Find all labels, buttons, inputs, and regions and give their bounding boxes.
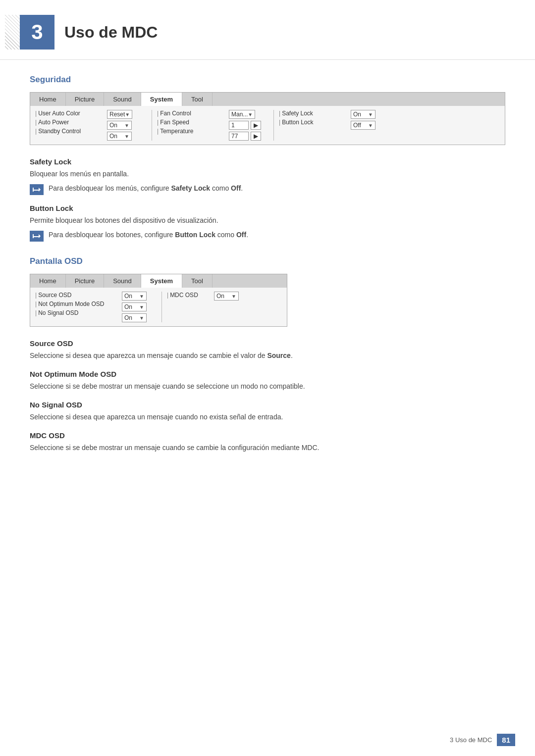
tab-home[interactable]: Home [30,93,66,106]
mdc-osd-label: MDC OSD [167,292,198,299]
row-fan-control-select: Man... ▼ [229,110,268,119]
not-optimum-heading: Not Optimum Mode OSD [30,370,505,378]
no-signal-body: Seleccione si desea que aparezca un mens… [30,412,505,422]
reset-select[interactable]: Reset ▼ [107,110,132,119]
no-signal-select[interactable]: On ▼ [122,313,147,322]
safety-lock-note-text: Para desbloquear los menús, configure Sa… [49,183,243,194]
source-osd-heading: Source OSD [30,339,505,348]
fan-speed-label: Fan Speed [157,119,189,126]
osd-col-mdc-select: On ▼ [214,292,244,322]
svg-rect-2 [33,188,34,192]
osd-source-select-row: On ▼ [122,292,157,301]
tab-sound[interactable]: Sound [104,93,141,106]
safety-lock-heading: Safety Lock [30,157,505,166]
row-safety-lock: Safety Lock [279,110,348,117]
osd-tab-home[interactable]: Home [30,274,66,288]
osd-tab-system[interactable]: System [141,274,182,288]
osd-tabs: Home Picture Sound System Tool [30,274,287,288]
seguridad-tabs: Home Picture Sound System Tool [30,93,505,106]
standby-arrow-icon: ▼ [124,134,129,139]
row-fan-control: Fan Control [157,110,226,117]
osd-mdc-row: MDC OSD [167,292,212,299]
safety-lock-label: Safety Lock [279,110,313,117]
button-lock-select[interactable]: Off ▼ [351,121,375,130]
safety-lock-bold: Safety Lock [171,184,210,192]
row-fan-speed-nav: 1 ▶ [229,121,268,130]
safety-lock-arrow-icon: ▼ [368,112,373,117]
col-fan-controls: Man... ▼ 1 ▶ 77 ▶ [229,110,268,141]
mdc-osd-select[interactable]: On ▼ [214,292,239,301]
tab-system[interactable]: System [141,93,182,106]
page-content: Seguridad Home Picture Sound System Tool… [0,75,535,487]
row-button-lock-select: Off ▼ [351,121,380,130]
temperature-value: 77 [229,132,249,141]
seguridad-panel: Home Picture Sound System Tool User Auto… [30,92,505,145]
standby-select[interactable]: On ▼ [107,132,132,141]
row-safety-lock-select: On ▼ [351,110,380,119]
osd-divider [161,292,162,322]
button-lock-arrow-icon: ▼ [368,123,373,128]
row-temperature-nav: 77 ▶ [229,132,268,141]
not-optimum-arrow-icon: ▼ [139,304,144,310]
col-controls-1: Reset ▼ On ▼ On ▼ [107,110,147,141]
osd-tab-tool[interactable]: Tool [182,274,213,288]
mdc-osd-body: Seleccione si se debe mostrar un mensaje… [30,443,505,453]
fan-control-label: Fan Control [157,110,191,117]
source-osd-label: Source OSD [35,292,71,299]
divider-1 [152,110,152,141]
auto-power-select[interactable]: On ▼ [107,121,132,130]
tab-picture[interactable]: Picture [66,93,104,106]
osd-no-signal-select-row: On ▼ [122,313,157,322]
osd-col-selects-left: On ▼ On ▼ On ▼ [122,292,157,322]
page-header: 3 Uso de MDC [0,0,535,60]
safety-lock-note: Para desbloquear los menús, configure Sa… [30,183,505,195]
fan-control-select[interactable]: Man... ▼ [229,110,255,119]
temperature-nav-icon[interactable]: ▶ [251,132,261,141]
row-button-lock: Button Lock [279,119,348,126]
col-safety-labels: Safety Lock Button Lock [279,110,348,141]
osd-panel: Home Picture Sound System Tool Source OS… [30,274,287,327]
seguridad-panel-body: User Auto Color Auto Power Standby Contr… [30,106,505,145]
source-bold: Source [267,352,290,359]
fan-speed-nav-icon[interactable]: ▶ [251,121,261,130]
mdc-osd-heading: MDC OSD [30,431,505,440]
fan-control-arrow-icon: ▼ [248,112,253,117]
standby-control-label: Standby Control [35,128,81,135]
svg-marker-4 [39,234,41,238]
svg-marker-1 [39,188,41,192]
source-osd-body: Seleccione si desea que aparezca un mens… [30,351,505,361]
osd-tab-sound[interactable]: Sound [104,274,141,288]
row-standby-select: On ▼ [107,132,147,141]
button-lock-label: Button Lock [279,119,314,126]
osd-col-labels: Source OSD Not Optimum Mode OSD No Signa… [35,292,119,322]
tab-tool[interactable]: Tool [182,93,213,106]
seguridad-heading: Seguridad [30,75,505,85]
fan-speed-value: 1 [229,121,249,130]
osd-row-not-optimum: Not Optimum Mode OSD [35,301,119,307]
note-icon-2 [30,231,44,242]
auto-power-label: Auto Power [35,119,69,126]
button-lock-off-bold: Off [236,231,246,239]
button-lock-note: Para desbloquear los botones, configure … [30,230,505,242]
osd-tab-picture[interactable]: Picture [66,274,104,288]
auto-power-arrow-icon: ▼ [124,123,129,128]
not-optimum-select[interactable]: On ▼ [122,302,147,311]
col-labels-1: User Auto Color Auto Power Standby Contr… [35,110,105,141]
col-fan-labels: Fan Control Fan Speed Temperature [157,110,226,141]
chapter-number: 3 [20,15,54,50]
chapter-title: Uso de MDC [64,23,158,42]
osd-panel-body: Source OSD Not Optimum Mode OSD No Signa… [30,288,287,326]
row-standby-control: Standby Control [35,128,105,135]
source-osd-select[interactable]: On ▼ [122,292,147,301]
page-footer: 3 Uso de MDC 81 [450,734,515,746]
osd-col-mdc-label: MDC OSD [167,292,212,322]
pencil-icon-1 [32,186,41,194]
row-auto-power-select: On ▼ [107,121,147,130]
user-auto-color-label: User Auto Color [35,110,80,117]
button-lock-heading: Button Lock [30,204,505,212]
no-signal-label: No Signal OSD [35,309,79,316]
footer-label: 3 Uso de MDC [450,736,492,744]
safety-lock-select[interactable]: On ▼ [351,110,375,119]
mdc-osd-arrow-icon: ▼ [231,294,236,299]
button-lock-note-text: Para desbloquear los botones, configure … [49,230,248,240]
